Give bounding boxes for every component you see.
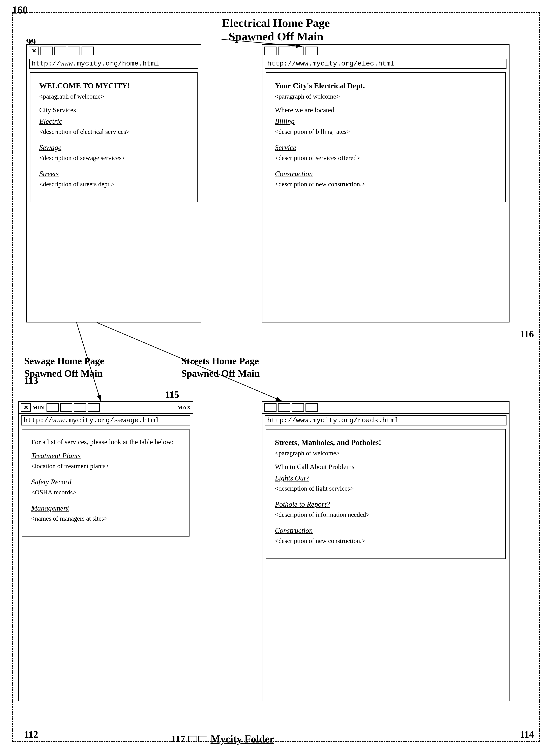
home-close-btn[interactable]: ✕ bbox=[29, 46, 39, 55]
elec-btn-4[interactable] bbox=[305, 46, 317, 55]
streets-btn-2[interactable] bbox=[278, 403, 290, 412]
home-streets-section: Streets <description of streets dept.> bbox=[39, 168, 188, 189]
home-btn-1[interactable] bbox=[40, 46, 52, 55]
elec-service-section: Service <description of services offered… bbox=[275, 142, 497, 163]
max-label: MAX bbox=[177, 404, 191, 411]
folder-area: 117 Mycity Folder bbox=[171, 733, 274, 745]
streets-content-box: Streets, Manholes, and Potholes! <paragr… bbox=[266, 429, 506, 559]
label-115: 115 bbox=[165, 389, 179, 400]
min-label: MIN bbox=[32, 404, 44, 411]
home-btn-3[interactable] bbox=[68, 46, 80, 55]
folder-label[interactable]: Mycity Folder bbox=[211, 733, 274, 745]
elec-content-box: Your City's Electrical Dept. <paragraph … bbox=[266, 72, 506, 202]
streets-construction-section: Construction <description of new constru… bbox=[275, 525, 497, 546]
folder-icon-1 bbox=[188, 736, 197, 742]
elec-btn-2[interactable] bbox=[278, 46, 290, 55]
folder-icon-2 bbox=[198, 736, 207, 742]
home-electric-section: Electric <description of electrical serv… bbox=[39, 116, 188, 136]
sewage-toolbar-btns bbox=[46, 403, 175, 412]
label-114: 114 bbox=[520, 729, 534, 740]
streets-content: Streets, Manholes, and Potholes! <paragr… bbox=[270, 433, 501, 555]
label-160: 160 bbox=[12, 4, 28, 16]
streets-btn-4[interactable] bbox=[305, 403, 317, 412]
home-url-bar[interactable]: http://www.mycity.org/home.html bbox=[29, 59, 198, 69]
sewage-btn-4[interactable] bbox=[88, 403, 100, 412]
sewage-btn-1[interactable] bbox=[46, 403, 58, 412]
sewage-treatment-section: Treatment Plants <location of treatment … bbox=[31, 450, 180, 471]
sewage-close-btn[interactable]: ✕ bbox=[21, 403, 31, 412]
home-content: WELCOME TO MYCITY! <paragraph of welcome… bbox=[34, 76, 193, 199]
main-title: Electrical Home Page Spawned Off Main bbox=[222, 16, 330, 43]
label-112: 112 bbox=[24, 729, 38, 740]
sewage-content: For a list of services, please look at t… bbox=[26, 433, 185, 533]
sewage-content-box: For a list of services, please look at t… bbox=[22, 429, 189, 537]
sewage-safety-section: Safety Record <OSHA records> bbox=[31, 476, 180, 497]
spawned-streets-label: Streets Home Page Spawned Off Main bbox=[181, 355, 260, 380]
home-sewage-section: Sewage <description of sewage services> bbox=[39, 142, 188, 163]
home-browser-toolbar: ✕ bbox=[27, 45, 201, 57]
elec-btn-1[interactable] bbox=[264, 46, 277, 55]
label-113: 113 bbox=[24, 375, 38, 386]
streets-toolbar-btns bbox=[264, 403, 507, 412]
label-116: 116 bbox=[520, 329, 534, 340]
streets-lights-section: Lights Out? <description of light servic… bbox=[275, 473, 497, 493]
streets-url-bar[interactable]: http://www.mycity.org/roads.html bbox=[265, 415, 507, 425]
elec-btn-3[interactable] bbox=[292, 46, 304, 55]
sewage-btn-3[interactable] bbox=[74, 403, 86, 412]
streets-pothole-section: Pothole to Report? <description of infor… bbox=[275, 499, 497, 519]
sewage-browser: ✕ MIN MAX http://www.mycity.org/sewage.h… bbox=[18, 401, 193, 701]
elec-content: Your City's Electrical Dept. <paragraph … bbox=[270, 76, 501, 199]
folder-icons bbox=[188, 736, 207, 742]
sewage-browser-toolbar: ✕ MIN MAX bbox=[19, 402, 193, 414]
streets-browser-toolbar bbox=[262, 402, 509, 414]
elec-url-bar[interactable]: http://www.mycity.org/elec.html bbox=[265, 59, 507, 69]
home-content-box: WELCOME TO MYCITY! <paragraph of welcome… bbox=[30, 72, 197, 202]
elec-browser-toolbar bbox=[262, 45, 509, 57]
streets-btn-1[interactable] bbox=[264, 403, 277, 412]
elec-billing-section: Billing <description of billing rates> bbox=[275, 116, 497, 136]
label-117: 117 bbox=[171, 733, 185, 745]
elec-construction-section: Construction <description of new constru… bbox=[275, 168, 497, 189]
streets-browser: http://www.mycity.org/roads.html Streets… bbox=[262, 401, 510, 701]
home-btn-4[interactable] bbox=[82, 46, 94, 55]
sewage-btn-2[interactable] bbox=[60, 403, 72, 412]
streets-btn-3[interactable] bbox=[292, 403, 304, 412]
sewage-url-bar[interactable]: http://www.mycity.org/sewage.html bbox=[21, 415, 190, 425]
home-toolbar-btns bbox=[40, 46, 199, 55]
home-btn-2[interactable] bbox=[54, 46, 66, 55]
sewage-management-section: Management <names of managers at sites> bbox=[31, 503, 180, 523]
elec-browser: http://www.mycity.org/elec.html Your Cit… bbox=[262, 44, 510, 322]
elec-toolbar-btns bbox=[264, 46, 507, 55]
home-browser: ✕ http://www.mycity.org/home.html WELCOM… bbox=[26, 44, 201, 322]
